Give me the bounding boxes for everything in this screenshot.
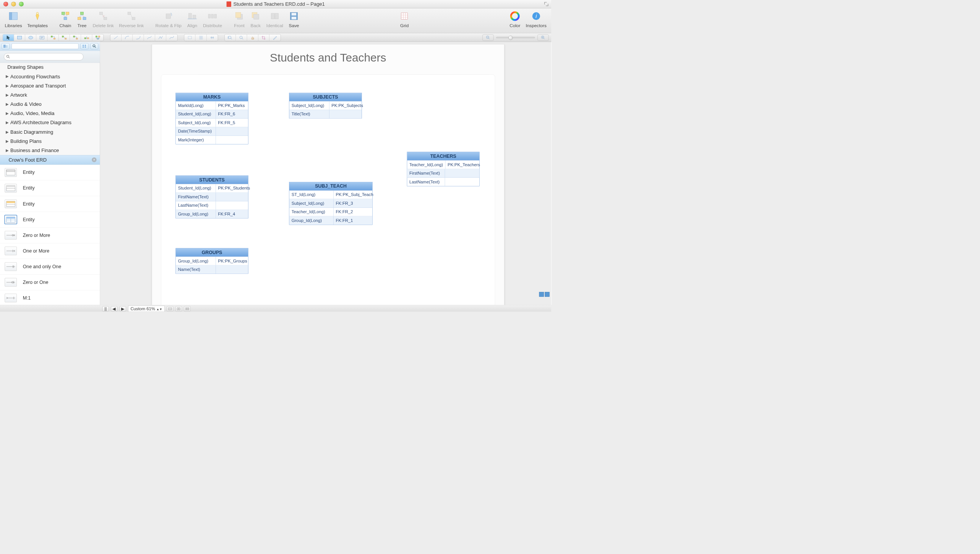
svg-rect-53 — [4, 45, 6, 48]
entity-groups[interactable]: GROUPS Group_Id(Long)PK:PK_Groups Name(T… — [176, 248, 248, 274]
align-button[interactable]: Align — [184, 10, 201, 29]
sidebar-drawing-shapes[interactable]: Drawing Shapes — [0, 63, 100, 72]
sidebar-active-category[interactable]: Crow's Foot ERD× — [0, 155, 100, 165]
back-button[interactable]: Back — [247, 10, 264, 29]
text-tool[interactable] — [36, 34, 47, 41]
maximize-icon[interactable] — [544, 2, 548, 6]
shape-entity-3[interactable]: Entity — [0, 196, 100, 212]
svg-point-59 — [6, 55, 9, 57]
resize-handles[interactable] — [539, 292, 550, 296]
view-mode-3[interactable] — [184, 306, 190, 311]
svg-rect-7 — [78, 17, 81, 20]
shape-entity-2[interactable]: Entity — [0, 180, 100, 196]
zoom-slider[interactable] — [496, 37, 535, 38]
shape-one-or-more[interactable]: One or More — [0, 243, 100, 259]
connector-tool-2[interactable] — [59, 34, 70, 41]
arc-tool-2[interactable] — [133, 34, 144, 41]
distribute-button[interactable]: Distribute — [200, 10, 224, 29]
sidebar-cat-0[interactable]: ▶Accounting Flowcharts — [0, 72, 100, 81]
grid-button[interactable]: Grid — [396, 10, 413, 29]
svg-rect-87 — [185, 308, 186, 310]
pane-toggle-button[interactable]: || — [102, 306, 109, 311]
zoom-reset-tool[interactable] — [225, 34, 236, 41]
close-icon[interactable]: × — [92, 157, 96, 162]
reverse-link-button[interactable]: Reverse link — [116, 10, 146, 29]
shape-entity-4[interactable]: Entity — [0, 212, 100, 228]
arc-tool-1[interactable] — [122, 34, 133, 41]
svg-rect-5 — [64, 17, 67, 20]
window-minimize-button[interactable] — [11, 2, 16, 6]
shape-one-and-only-one[interactable]: One and only One — [0, 259, 100, 275]
sidebar-cat-1[interactable]: ▶Aerospace and Transport — [0, 81, 100, 91]
sidebar-cat-6[interactable]: ▶Basic Diagramming — [0, 127, 100, 136]
entity-marks[interactable]: MARKS MarkId(Long)PK:PK_Marks Student_Id… — [176, 92, 248, 144]
eyedropper-tool[interactable] — [269, 34, 281, 41]
templates-button[interactable]: Templates — [24, 10, 50, 29]
sidebar-cat-5[interactable]: ▶AWS Architecture Diagrams — [0, 118, 100, 127]
shape-zero-or-one[interactable]: Zero or One — [0, 275, 100, 290]
delete-link-button[interactable]: Delete link — [90, 10, 117, 29]
view-mode-1[interactable] — [167, 306, 173, 311]
rotate-flip-button[interactable]: Rotate & Flip — [153, 10, 184, 29]
svg-rect-61 — [6, 170, 15, 172]
sidebar-cat-7[interactable]: ▶Building Plans — [0, 137, 100, 146]
color-button[interactable]: Color — [507, 10, 523, 29]
shape-zero-or-more[interactable]: Zero or More — [0, 228, 100, 243]
bezier-tool[interactable] — [166, 34, 177, 41]
sidebar-cat-2[interactable]: ▶Artwork — [0, 91, 100, 100]
window-zoom-button[interactable] — [19, 2, 24, 6]
snap-tool-3[interactable] — [207, 34, 218, 41]
svg-rect-37 — [51, 36, 52, 37]
entity-teachers[interactable]: TEACHERS Teacher_Id(Long)PK:PK_Teachers … — [407, 152, 480, 186]
panel-grid-view-button[interactable] — [81, 43, 88, 49]
svg-rect-88 — [187, 308, 188, 310]
inspectors-button[interactable]: iInspectors — [523, 10, 549, 29]
libraries-button[interactable]: Libraries — [2, 10, 25, 29]
view-mode-2[interactable] — [175, 306, 182, 311]
zoom-select[interactable]: Custom 61% ▲▼ — [128, 306, 165, 312]
svg-rect-47 — [97, 38, 99, 39]
spline-tool[interactable] — [144, 34, 155, 41]
entity-subj-teach[interactable]: SUBJ_TEACH ST_Id(Long)PK:PK_Subj_Teach S… — [289, 182, 373, 225]
identical-button[interactable]: Identical — [264, 10, 286, 29]
panel-tab-shapes[interactable] — [2, 43, 10, 49]
connector-tool-5[interactable] — [92, 34, 103, 41]
zoom-in-button[interactable] — [537, 34, 548, 41]
tree-button[interactable]: Tree — [74, 10, 90, 29]
svg-rect-56 — [83, 47, 84, 48]
polyline-tool[interactable] — [155, 34, 166, 41]
connector-tool-4[interactable] — [81, 34, 92, 41]
zoom-tool[interactable] — [236, 34, 247, 41]
zoom-out-button[interactable] — [482, 34, 493, 41]
line-tool[interactable] — [110, 34, 122, 41]
page-prev-button[interactable]: ◀ — [111, 306, 117, 311]
page-next-button[interactable]: ▶ — [120, 306, 126, 311]
connector-tool-1[interactable] — [47, 34, 58, 41]
front-button[interactable]: Front — [231, 10, 248, 29]
canvas[interactable]: Students and Teachers — [100, 42, 551, 305]
shape-entity-1[interactable]: Entity — [0, 165, 100, 180]
svg-rect-85 — [177, 308, 178, 310]
rect-tool[interactable] — [14, 34, 25, 41]
sidebar-cat-8[interactable]: ▶Business and Finance — [0, 146, 100, 155]
panel-search-button[interactable] — [91, 43, 98, 49]
svg-point-31 — [511, 12, 519, 20]
sidebar-cat-3[interactable]: ▶Audio & Video — [0, 100, 100, 109]
entity-subjects[interactable]: SUBJECTS Subject_Id(Long)PK:PK_Subjects … — [289, 92, 362, 118]
connector-tool-3[interactable] — [70, 34, 81, 41]
snap-tool-2[interactable] — [195, 34, 206, 41]
pointer-tool[interactable] — [3, 34, 14, 41]
snap-tool-1[interactable] — [184, 34, 195, 41]
crop-tool[interactable] — [258, 34, 269, 41]
entity-students[interactable]: STUDENTS Student_Id(Long)PK:PK_Students … — [176, 175, 248, 219]
shape-m-1[interactable]: M:1 — [0, 290, 100, 305]
save-button[interactable]: Save — [286, 10, 302, 29]
shape-search-input[interactable] — [4, 53, 83, 60]
hand-tool[interactable] — [247, 34, 258, 41]
chain-button[interactable]: Chain — [57, 10, 74, 29]
window-close-button[interactable] — [3, 2, 8, 6]
ellipse-tool[interactable] — [25, 34, 36, 41]
sidebar-cat-4[interactable]: ▶Audio, Video, Media — [0, 109, 100, 118]
svg-rect-28 — [292, 17, 296, 19]
panel-search-input[interactable] — [11, 44, 78, 49]
